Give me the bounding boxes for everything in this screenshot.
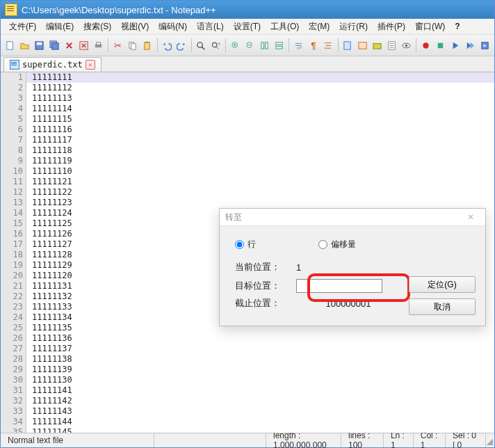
doc-list-button[interactable] [385,37,398,54]
code-line[interactable]: 11111113 [26,93,494,104]
code-line[interactable]: 11111116 [26,125,494,135]
end-pos-value: 100000001 [296,298,400,309]
close-button[interactable] [63,37,76,54]
code-line[interactable]: 11111141 [26,385,494,396]
code-line[interactable]: 11111118 [26,145,494,156]
paste-button[interactable] [140,37,154,54]
copy-button[interactable] [126,37,139,54]
code-line[interactable]: 11111111 [26,72,494,83]
doc-map-button[interactable] [341,37,354,54]
menu-help[interactable]: ? [451,20,464,33]
menu-settings[interactable]: 设置(T) [229,19,265,34]
menu-file[interactable]: 文件(F) [5,19,40,34]
code-line[interactable]: 11111122 [26,187,494,198]
save-macro-button[interactable] [478,37,492,54]
code-line[interactable]: 11111119 [26,156,494,166]
save-button[interactable] [33,37,46,54]
print-button[interactable] [92,37,105,54]
find-button[interactable] [194,37,207,54]
line-number-gutter: 1234567891011121314151617181920212223242… [1,72,26,433]
code-line[interactable]: 11111110 [26,166,494,177]
sync-h-button[interactable] [273,37,286,54]
zoom-out-button[interactable] [243,37,257,54]
tab-active[interactable]: superdic.txt ✕ [3,57,102,72]
dialog-titlebar[interactable]: 转至 ✕ [220,209,485,226]
save-all-button[interactable] [48,37,61,54]
menu-encoding[interactable]: 编码(N) [154,19,191,34]
line-number: 28 [1,354,26,365]
menu-view[interactable]: 视图(V) [117,19,153,34]
menu-tools[interactable]: 工具(O) [266,19,303,34]
line-number: 10 [1,166,26,177]
monitoring-button[interactable] [400,37,413,54]
close-all-button[interactable] [77,37,90,54]
code-line[interactable]: 11111130 [26,375,494,385]
code-line[interactable]: 11111143 [26,406,494,417]
menu-search[interactable]: 搜索(S) [79,19,115,34]
window-titlebar: C:\Users\geek\Desktop\superdic.txt - Not… [1,1,494,19]
code-line[interactable]: 11111138 [26,354,494,365]
code-line[interactable]: 11111136 [26,333,494,344]
record-macro-button[interactable] [419,37,432,54]
code-line[interactable]: 11111112 [26,83,494,93]
code-line[interactable]: 11111117 [26,135,494,145]
cut-button[interactable]: ✂ [111,37,124,54]
target-pos-input[interactable] [296,279,382,293]
code-line[interactable]: 11111115 [26,114,494,125]
resize-grip-icon[interactable] [486,435,493,445]
radio-offset[interactable]: 偏移量 [318,239,356,250]
undo-button[interactable] [160,37,173,54]
open-file-button[interactable] [18,37,31,54]
cancel-button[interactable]: 取消 [409,298,476,315]
new-file-button[interactable] [3,37,17,54]
show-all-chars-button[interactable]: ¶ [307,37,320,54]
dialog-close-icon[interactable]: ✕ [462,210,480,224]
radio-line-input[interactable] [235,240,244,249]
goto-button[interactable]: 定位(G) [409,276,476,293]
line-number: 31 [1,385,26,396]
tab-close-icon[interactable]: ✕ [86,60,95,70]
menu-language[interactable]: 语言(L) [193,19,228,34]
goto-dialog: 转至 ✕ 行 偏移量 当前位置： 1 目标位置： [219,208,486,326]
redo-button[interactable] [175,37,188,54]
radio-line[interactable]: 行 [235,239,256,250]
menu-plugins[interactable]: 插件(P) [373,19,409,34]
toolbar: ✂ ¶ [1,35,494,56]
line-number: 8 [1,145,26,156]
menu-macro[interactable]: 宏(M) [305,19,334,34]
code-line[interactable]: 11111142 [26,396,494,406]
line-number: 13 [1,198,26,208]
play-multi-button[interactable] [463,37,476,54]
line-number: 20 [1,271,26,281]
folder-browser-button[interactable] [371,37,384,54]
zoom-in-button[interactable] [229,37,242,54]
sync-v-button[interactable] [258,37,271,54]
code-line[interactable]: 11111144 [26,417,494,427]
code-line[interactable]: 11111121 [26,177,494,187]
replace-button[interactable] [209,37,222,54]
statusbar: Normal text file length : 1,000,000,000 … [1,433,494,447]
svg-rect-16 [261,42,264,48]
menu-window[interactable]: 窗口(W) [411,19,449,34]
code-line[interactable]: 11111123 [26,198,494,208]
svg-point-13 [212,42,217,47]
menu-edit[interactable]: 编辑(E) [42,19,78,34]
play-macro-button[interactable] [448,37,462,54]
line-number: 14 [1,208,26,218]
indent-guide-button[interactable] [321,37,334,54]
radio-offset-input[interactable] [318,240,327,249]
menu-run[interactable]: 运行(R) [335,19,372,34]
function-list-button[interactable] [355,37,368,54]
status-doctype: Normal text file [1,433,154,447]
code-line[interactable]: 11111145 [26,427,494,433]
line-number: 33 [1,406,26,417]
tab-filename: superdic.txt [22,60,83,70]
code-line[interactable]: 11111139 [26,365,494,375]
wordwrap-button[interactable] [292,37,305,54]
file-icon [10,60,19,70]
stop-macro-button[interactable] [434,37,447,54]
code-line[interactable]: 11111137 [26,344,494,354]
menubar: 文件(F) 编辑(E) 搜索(S) 视图(V) 编码(N) 语言(L) 设置(T… [1,19,494,35]
code-line[interactable]: 11111114 [26,104,494,114]
line-number: 29 [1,365,26,375]
